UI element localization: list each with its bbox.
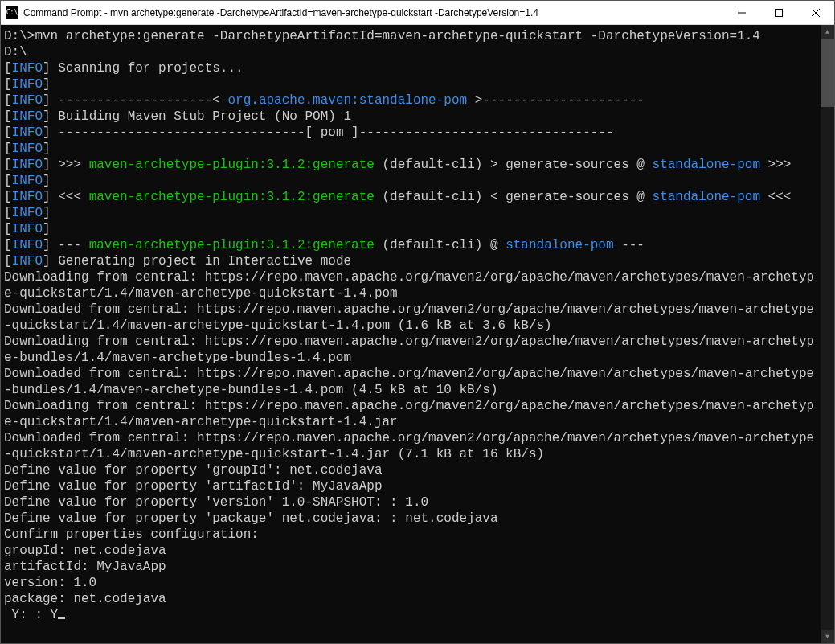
vertical-scrollbar[interactable]: ▲ ▼ [821,25,834,643]
window-controls [723,1,834,24]
command-prompt-window: C:\ Command Prompt - mvn archetype:gener… [0,0,835,644]
titlebar[interactable]: C:\ Command Prompt - mvn archetype:gener… [1,1,834,25]
svg-rect-1 [776,9,783,16]
cmd-icon: C:\ [6,6,18,19]
terminal-wrap: D:\>mvn archetype:generate -DarchetypeAr… [1,25,834,643]
maximize-button[interactable] [760,1,797,24]
close-button[interactable] [797,1,834,24]
scroll-down-icon[interactable]: ▼ [821,630,834,643]
terminal-output[interactable]: D:\>mvn archetype:generate -DarchetypeAr… [1,25,821,643]
minimize-button[interactable] [723,1,760,24]
scroll-up-icon[interactable]: ▲ [821,25,834,39]
window-title: Command Prompt - mvn archetype:generate … [23,7,723,18]
scroll-thumb[interactable] [821,39,834,107]
